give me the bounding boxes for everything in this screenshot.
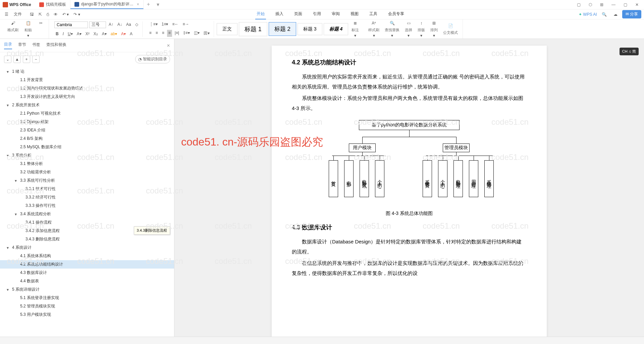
toc-item[interactable]: ▾5 系统详细设计: [0, 285, 174, 294]
minimize-button[interactable]: —: [609, 1, 618, 8]
window-icon[interactable]: ▢: [574, 1, 583, 8]
smart-toc-button[interactable]: ◔ 智能识别目录: [135, 55, 170, 63]
ime-indicator[interactable]: CH ♫ 简: [620, 48, 639, 55]
highlight-button[interactable]: ab▾: [109, 31, 118, 37]
ribbon-tab-start[interactable]: 开始: [255, 9, 266, 19]
maximize-button[interactable]: ▢: [621, 1, 630, 8]
official-mode-button[interactable]: 📄公文模式: [441, 22, 460, 36]
tab-document[interactable]: django基于python的电影评… ×: [70, 0, 144, 9]
toc-item[interactable]: 2.3 IDEA 介绍: [0, 126, 174, 134]
strike-button[interactable]: A▾: [75, 31, 83, 37]
toc-item[interactable]: 1.2 国内外研究现状和发展趋势综述: [0, 84, 174, 93]
cloud-icon[interactable]: ☁: [611, 11, 620, 18]
italic-button[interactable]: I: [61, 31, 65, 37]
toc-item[interactable]: 3.1 整体分析: [0, 160, 174, 168]
toc-item[interactable]: 3.4.3 删除信息流程: [0, 235, 174, 243]
toc-item[interactable]: 3.2 功能需求分析: [0, 168, 174, 176]
chevron-down-icon[interactable]: ▾: [7, 245, 11, 250]
toc-item[interactable]: 2.5 MySQL 数据库介绍: [0, 143, 174, 151]
style-body[interactable]: 正文: [217, 23, 237, 35]
toc-item[interactable]: 2.4 B/S 架构: [0, 134, 174, 143]
sidebar-tab-bookmark[interactable]: 书签: [32, 42, 40, 49]
document-canvas[interactable]: 4.2 系统总功能结构设计 系统按照用户的实际需求开发而来，贴近生活。从管理员通…: [174, 39, 644, 337]
toc-item[interactable]: ▾3.4 系统流程分析: [0, 210, 174, 218]
style-h4[interactable]: 标题 4: [324, 23, 348, 35]
toc-item[interactable]: ▾3 系统分析: [0, 151, 174, 160]
format-painter-button[interactable]: 🖌格式刷: [5, 19, 20, 39]
arrange-button[interactable]: ⊞排列▾: [428, 19, 440, 39]
bullet-list-icon[interactable]: ⋮≡▾: [148, 21, 159, 27]
chevron-down-icon[interactable]: ▾: [7, 153, 11, 158]
toc-item[interactable]: 3.3.3 操作可行性: [0, 202, 174, 210]
toc-item[interactable]: 4.1 系统体系结构: [0, 252, 174, 260]
ribbon-tab-view[interactable]: 视图: [349, 9, 360, 19]
select-button[interactable]: ▭选择▾: [403, 19, 414, 39]
apps-icon[interactable]: ⊞: [597, 1, 606, 8]
ribbon-tab-ref[interactable]: 引用: [312, 9, 322, 19]
find-replace-button[interactable]: 🔍查找替换▾: [383, 19, 401, 39]
chevron-down-icon[interactable]: ▾: [7, 287, 11, 292]
remove-icon[interactable]: −: [32, 56, 40, 63]
subscript-button[interactable]: X₂: [92, 31, 99, 37]
add-icon[interactable]: +: [23, 56, 30, 63]
toc-item[interactable]: 5.3 用户模块实现: [0, 310, 174, 319]
toc-item[interactable]: 4.4 数据表: [0, 277, 174, 285]
undo-icon[interactable]: ↶ ▾: [60, 11, 71, 18]
text-effect-button[interactable]: A▾: [101, 31, 108, 37]
border-icon[interactable]: 田▾: [202, 30, 211, 37]
toc-item[interactable]: 5.1 系统登录注册实现: [0, 294, 174, 302]
decrease-font-icon[interactable]: A↓: [116, 21, 123, 28]
toc-item[interactable]: 3.4.1 操作流程: [0, 218, 174, 227]
toc-item[interactable]: ▾4 系统设计: [0, 243, 174, 252]
toc-item[interactable]: ▾3.3 系统可行性分析: [0, 176, 174, 185]
ribbon-tab-tools[interactable]: 工具: [368, 9, 379, 19]
cut-button[interactable]: ✂: [36, 19, 46, 39]
close-button[interactable]: ✕: [633, 1, 641, 8]
tab-menu-button[interactable]: ▾: [153, 0, 163, 9]
toc-button[interactable]: ≣标注▾: [350, 19, 361, 39]
chevron-down-icon[interactable]: ▾: [15, 178, 19, 183]
ribbon-tab-vip[interactable]: 会员专享: [387, 9, 406, 19]
toc-item[interactable]: ▾2 系统开发技术: [0, 101, 174, 109]
toc-item[interactable]: 2.2 Django 框架: [0, 118, 174, 126]
clear-format-icon[interactable]: ◇: [134, 21, 140, 28]
toc-item[interactable]: 1.3 开发设计的意义及研究方向: [0, 93, 174, 101]
ribbon-tab-review[interactable]: 审阅: [330, 9, 341, 19]
share-button[interactable]: ✉ 分享: [622, 10, 641, 18]
ribbon-tab-insert[interactable]: 插入: [274, 9, 285, 19]
chevron-down-icon[interactable]: ▾: [15, 212, 19, 217]
align-left-icon[interactable]: ≡: [148, 30, 153, 37]
chevron-down-icon[interactable]: ▾: [7, 69, 11, 74]
font-color-button[interactable]: A▾: [120, 31, 127, 37]
close-icon[interactable]: ✕: [167, 43, 170, 48]
save-icon[interactable]: 🖫: [28, 11, 36, 18]
toc-item[interactable]: 4.3 数据库设计: [0, 269, 174, 277]
indent-dec-icon[interactable]: ≡←: [171, 21, 180, 27]
line-spacing-icon[interactable]: ‡≡▾: [182, 30, 191, 37]
toc-item[interactable]: 2.1 Python 可视化技术: [0, 109, 174, 118]
hamburger-icon[interactable]: ☰: [3, 11, 10, 18]
align-center-icon[interactable]: ≡: [154, 30, 159, 37]
toc-item[interactable]: ▾1 绪 论: [0, 67, 174, 76]
style-brush-button[interactable]: Aᵃ样式刷▾: [366, 19, 381, 39]
distribute-icon[interactable]: |≡|: [173, 30, 180, 37]
cube-icon[interactable]: ⬡: [586, 1, 595, 8]
style-h1[interactable]: 标题 1: [239, 22, 267, 36]
add-tab-button[interactable]: +: [144, 0, 153, 9]
ribbon-tab-page[interactable]: 页面: [293, 9, 304, 19]
print-icon[interactable]: ⎙: [45, 11, 51, 18]
export-icon[interactable]: ⇱: [37, 11, 44, 18]
toc-item[interactable]: 4.2 系统总功能结构设计: [0, 260, 174, 269]
phonetic-button[interactable]: A: [128, 31, 134, 37]
toc-item[interactable]: 3.3.1 技术可行性: [0, 185, 174, 193]
number-list-icon[interactable]: 1≡▾: [160, 21, 170, 27]
style-h3[interactable]: 标题 3: [298, 23, 322, 35]
toc-item[interactable]: 3.3.2 经济可行性: [0, 193, 174, 202]
bold-button[interactable]: B: [54, 31, 60, 37]
toc-item[interactable]: 5.2 管理员模块实现: [0, 302, 174, 310]
promote-icon[interactable]: ▲: [13, 56, 21, 63]
sidebar-tab-toc[interactable]: 目录: [4, 42, 12, 49]
close-icon[interactable]: ×: [137, 2, 139, 7]
chevron-down-icon[interactable]: ▾: [7, 103, 11, 108]
file-menu[interactable]: 文件: [12, 10, 24, 18]
